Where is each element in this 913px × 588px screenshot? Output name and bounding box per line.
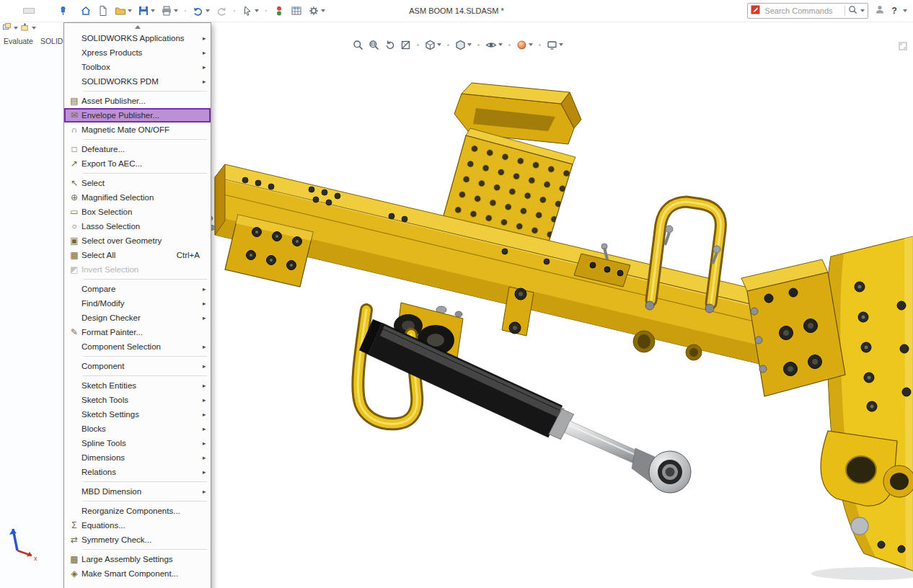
menu-separator xyxy=(64,354,211,359)
edit-component-icon[interactable] xyxy=(2,22,12,35)
previous-view-icon[interactable] xyxy=(384,39,396,51)
search-options-caret-icon[interactable] xyxy=(860,9,865,12)
menu-item-magnified-selection[interactable]: ⊕ Magnified Selection xyxy=(64,190,211,205)
print-icon[interactable] xyxy=(159,4,180,18)
submenu-arrow-icon xyxy=(200,455,207,461)
menu-item-relations[interactable]: Relations xyxy=(64,465,211,479)
menu-item-sketch-settings[interactable]: Sketch Settings xyxy=(64,407,211,422)
caret-icon[interactable] xyxy=(32,27,36,30)
display-style-icon[interactable] xyxy=(454,39,472,51)
zoom-to-area-icon[interactable] xyxy=(368,39,380,51)
search-divider xyxy=(844,6,845,16)
menu-item-blocks[interactable]: Blocks xyxy=(64,422,211,436)
menubar-item-tools[interactable] xyxy=(23,8,35,14)
tools-menu-items: SOLIDWORKS Applications Xpress Products … xyxy=(64,31,211,581)
menu-item-lasso-selection[interactable]: ○ Lasso Selection xyxy=(64,219,211,233)
menu-item-design-checker[interactable]: Design Checker xyxy=(64,311,211,325)
design-table-icon[interactable] xyxy=(289,4,304,18)
view-settings-icon[interactable] xyxy=(546,39,564,51)
submenu-arrow-icon xyxy=(200,363,207,370)
submenu-arrow-icon xyxy=(200,397,207,404)
menu-item-sketch-entities[interactable]: Sketch Entities xyxy=(64,378,211,393)
smart-component-icon: ◈ xyxy=(67,566,81,581)
menubar-item-window[interactable] xyxy=(35,8,46,14)
submenu-arrow-icon xyxy=(200,286,207,293)
menu-item-solidworks-pdm[interactable]: SOLIDWORKS PDM xyxy=(64,74,211,89)
cylinder-guards xyxy=(358,303,463,424)
sign-in-icon[interactable] xyxy=(874,4,886,18)
menu-item-select-all[interactable]: ▦ Select All Ctrl+A xyxy=(64,248,211,262)
redo-icon xyxy=(214,4,229,18)
search-icon[interactable] xyxy=(848,4,857,17)
menubar-item-view[interactable] xyxy=(0,8,12,14)
tab-evaluate[interactable]: Evaluate xyxy=(0,37,37,45)
menu-item-sketch-tools[interactable]: Sketch Tools xyxy=(64,393,211,407)
menu-item-mbd-dimension[interactable]: MBD Dimension xyxy=(64,484,211,499)
edit-appearance-icon[interactable] xyxy=(516,39,534,51)
menu-item-component[interactable]: Component xyxy=(64,359,211,373)
home-icon[interactable] xyxy=(79,4,93,18)
fullscreen-icon[interactable] xyxy=(899,40,907,53)
caret-icon[interactable] xyxy=(14,27,18,30)
lasso-selection-icon: ○ xyxy=(67,219,81,233)
menu-item-magnetic-mate-on-off[interactable]: ∩ Magnetic Mate ON/OFF xyxy=(64,122,211,137)
menu-item-spline-tools[interactable]: Spline Tools xyxy=(64,436,211,450)
view-orientation-icon[interactable] xyxy=(424,39,442,51)
menu-item-xpress-products[interactable]: Xpress Products xyxy=(64,45,211,60)
save-icon[interactable] xyxy=(136,4,156,18)
new-document-icon[interactable] xyxy=(96,4,110,18)
insert-components-icon[interactable] xyxy=(20,22,30,35)
asset-publisher-icon: ▤ xyxy=(67,94,81,108)
menu-item-make-smart-component[interactable]: ◈ Make Smart Component... xyxy=(64,566,211,581)
help-caret-icon[interactable] xyxy=(903,9,907,12)
menu-item-select[interactable]: ↖ Select xyxy=(64,176,211,190)
search-commands-box[interactable] xyxy=(747,3,868,19)
menubar-item-help[interactable] xyxy=(46,8,58,14)
menu-item-export-to-aec[interactable]: ↗ Export To AEC... xyxy=(64,156,211,171)
menu-item-select-over-geometry[interactable]: ▣ Select over Geometry xyxy=(64,233,211,248)
menu-item-reorganize-components[interactable]: Reorganize Components... xyxy=(64,504,211,518)
open-document-icon[interactable] xyxy=(113,4,133,18)
menu-item-envelope-publisher[interactable]: ✉ Envelope Publisher... xyxy=(64,108,211,122)
menu-separator xyxy=(64,499,211,504)
topbar-right: ? xyxy=(747,0,907,22)
heads-up-view-toolbar xyxy=(352,37,564,52)
menu-item-component-selection[interactable]: Component Selection xyxy=(64,339,211,354)
search-input[interactable] xyxy=(763,6,842,16)
menu-item-defeature[interactable]: □ Defeature... xyxy=(64,142,211,156)
menu-item-box-selection[interactable]: ▭ Box Selection xyxy=(64,205,211,219)
menu-scroll-up[interactable] xyxy=(64,23,211,31)
hud-separator xyxy=(417,44,419,46)
menu-separator xyxy=(64,171,211,176)
toolbar-separator xyxy=(185,10,186,12)
undo-icon[interactable] xyxy=(191,4,211,18)
menubar-item-insert[interactable] xyxy=(12,8,23,14)
export-aec-icon: ↗ xyxy=(67,156,81,171)
menu-item-find-modify[interactable]: Find/Modify xyxy=(64,296,211,311)
help-button[interactable]: ? xyxy=(891,6,897,16)
menu-item-large-assembly-settings[interactable]: ▩ Large Assembly Settings xyxy=(64,552,211,566)
large-assembly-settings-icon: ▩ xyxy=(67,552,81,566)
pin-menubar-icon[interactable] xyxy=(59,6,67,16)
menu-item-solidworks-applications[interactable]: SOLIDWORKS Applications xyxy=(64,31,211,45)
menu-item-symmetry-check[interactable]: ⇄ Symmetry Check... xyxy=(64,533,211,547)
menu-item-equations[interactable]: Σ Equations... xyxy=(64,518,211,533)
rebuild-icon[interactable] xyxy=(272,4,286,18)
commandmanager-tabs: Evaluate SOLID xyxy=(0,35,63,46)
document-title: ASM BOOM 14.SLDASM * xyxy=(409,6,503,15)
top-mount-bracket xyxy=(441,83,581,268)
orientation-triad: x xyxy=(7,519,45,564)
menu-item-dimensions[interactable]: Dimensions xyxy=(64,450,211,465)
menu-separator xyxy=(64,479,211,484)
options-icon[interactable] xyxy=(306,4,327,18)
zoom-to-fit-icon[interactable] xyxy=(352,39,364,51)
menu-item-toolbox[interactable]: Toolbox xyxy=(64,60,211,74)
hide-show-items-icon[interactable] xyxy=(485,39,503,51)
menu-item-format-painter[interactable]: ✎ Format Painter... xyxy=(64,325,211,339)
defeature-icon: □ xyxy=(67,142,81,156)
menu-item-compare[interactable]: Compare xyxy=(64,282,211,296)
tab-solidworks-addins[interactable]: SOLID xyxy=(37,37,63,45)
section-view-icon[interactable] xyxy=(400,39,412,51)
menu-item-asset-publisher[interactable]: ▤ Asset Publisher... xyxy=(64,94,211,108)
select-icon[interactable] xyxy=(240,4,260,18)
